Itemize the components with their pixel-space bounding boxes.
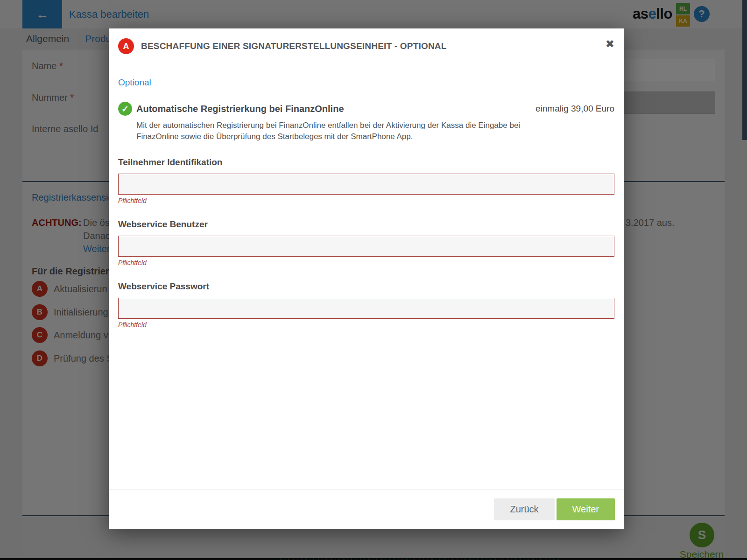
- field-group-webservice-passwort: Webservice Passwort Pflichtfeld: [118, 281, 614, 329]
- optional-link[interactable]: Optional: [118, 77, 151, 88]
- zurueck-button[interactable]: Zurück: [494, 498, 554, 520]
- option-row: ✓ Automatische Registrierkung bei Finanz…: [118, 102, 614, 116]
- teilnehmer-identifikation-label: Teilnehmer Identifikation: [118, 157, 614, 168]
- close-icon[interactable]: ✖: [606, 39, 614, 49]
- modal-body: Optional ✓ Automatische Registrierkung b…: [109, 54, 624, 490]
- option-price: einmalig 39,00 Euro: [536, 104, 614, 114]
- pflichtfeld-hint: Pflichtfeld: [118, 321, 614, 329]
- webservice-passwort-label: Webservice Passwort: [118, 281, 614, 292]
- weiter-button[interactable]: Weiter: [557, 498, 615, 520]
- webservice-passwort-input[interactable]: [118, 298, 614, 319]
- modal-title: BESCHAFFUNG EINER SIGNATURERSTELLUNGSEIN…: [141, 41, 447, 51]
- check-circle-icon: ✓: [118, 102, 132, 116]
- modal-step-badge: A: [118, 38, 134, 54]
- teilnehmer-identifikation-input[interactable]: [118, 174, 614, 195]
- webservice-benutzer-label: Webservice Benutzer: [118, 219, 614, 230]
- pflichtfeld-hint: Pflichtfeld: [118, 259, 614, 266]
- modal-dialog: A BESCHAFFUNG EINER SIGNATURERSTELLUNGSE…: [109, 28, 624, 529]
- option-description: Mit der automatischen Registrierung bei …: [136, 120, 538, 142]
- option-heading: Automatische Registrierkung bei FinanzOn…: [136, 104, 344, 114]
- webservice-benutzer-input[interactable]: [118, 236, 614, 257]
- screen: ← Kassa bearbeiten asello RL KA ? Allgem…: [0, 0, 747, 560]
- field-group-teilnehmer: Teilnehmer Identifikation Pflichtfeld: [118, 157, 614, 204]
- modal-header: A BESCHAFFUNG EINER SIGNATURERSTELLUNGSE…: [109, 28, 624, 54]
- field-group-webservice-benutzer: Webservice Benutzer Pflichtfeld: [118, 219, 614, 266]
- pflichtfeld-hint: Pflichtfeld: [118, 197, 614, 204]
- modal-footer: Zurück Weiter: [109, 490, 624, 529]
